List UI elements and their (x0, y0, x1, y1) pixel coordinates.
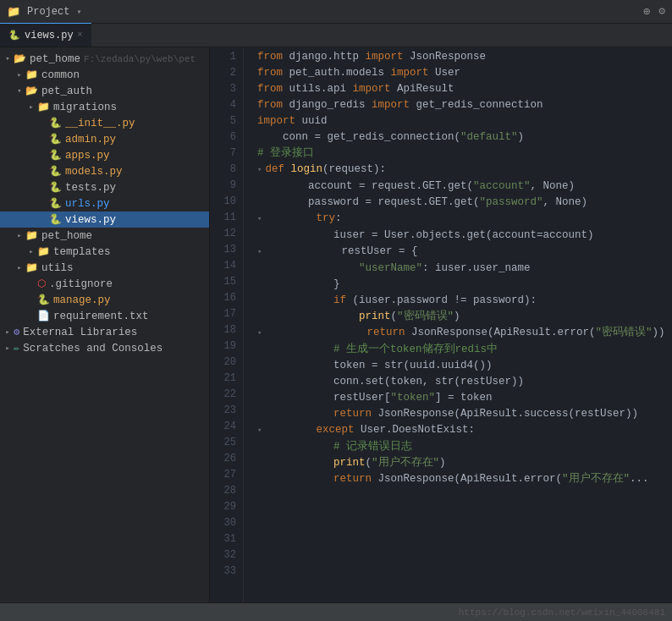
settings-icon[interactable]: ⚙ (658, 4, 665, 19)
py-icon: 🐍 (37, 294, 50, 306)
code-line-20: print("密码错误") (254, 309, 672, 325)
fold-arrow[interactable]: ▾ (257, 426, 262, 435)
sidebar-item-init-py[interactable]: 🐍 __init__.py (0, 115, 209, 131)
code-line-12: password = request.GET.get("password", N… (254, 195, 672, 211)
arrow-icon (25, 247, 37, 256)
code-line-29: return JsonResponse(ApiResult.success(re… (254, 406, 672, 422)
sidebar: 📂 pet_home F:\zedada\py\web\pet 📁 common… (0, 47, 210, 602)
arrow-icon (14, 231, 25, 240)
sidebar-item-urls-py[interactable]: 🐍 urls.py (0, 195, 209, 212)
code-line-25: conn.set(token, str(restUser)) (254, 374, 672, 390)
sidebar-item-external-libs[interactable]: ⚙ External Libraries (0, 324, 209, 340)
fold-arrow[interactable]: ▾ (257, 248, 262, 256)
arrow-icon (14, 263, 25, 272)
tab-label: views.py (25, 30, 74, 41)
arrow-icon (2, 343, 14, 353)
sidebar-item-tests-py[interactable]: 🐍 tests.py (0, 179, 209, 195)
watermark: https://blog.csdn.net/weixin_44006481 (459, 607, 665, 618)
code-line-31: # 记录错误日志 (254, 439, 672, 455)
title-icons: ⊕ ⚙ (643, 4, 665, 19)
sidebar-item-templates[interactable]: 📁 templates (0, 244, 209, 260)
code-line-11: account = request.GET.get("account", Non… (254, 179, 672, 195)
sidebar-item-admin-py[interactable]: 🐍 admin.py (0, 131, 209, 147)
tab-close-btn[interactable]: × (78, 30, 83, 40)
sidebar-item-models-py[interactable]: 🐍 models.py (0, 163, 209, 179)
code-line-17: "userName": iuser.user_name (254, 261, 672, 277)
folder-icon: 📁 (37, 101, 50, 113)
project-dropdown-icon[interactable]: ▾ (76, 7, 81, 17)
status-bar: https://blog.csdn.net/weixin_44006481 (0, 602, 672, 621)
sidebar-item-common[interactable]: 📁 common (0, 67, 209, 83)
sidebar-item-pet-auth[interactable]: 📂 pet_auth (0, 83, 209, 99)
code-line-32: print("用户不存在") (254, 455, 672, 471)
folder-icon: 📂 (25, 85, 38, 97)
scratch-icon: ✏ (14, 342, 19, 354)
sidebar-item-gitignore[interactable]: ⬡ .gitignore (0, 276, 209, 292)
py-icon: 🐍 (49, 133, 62, 146)
folder-icon: 📁 (37, 245, 50, 258)
sidebar-item-requirement-txt[interactable]: 📄 requirement.txt (0, 308, 209, 324)
code-line-27: restUser["token"] = token (254, 390, 672, 406)
code-line-33: return JsonResponse(ApiResult.error("用户不… (254, 471, 672, 487)
project-label[interactable]: Project (27, 6, 69, 18)
code-line-9: # 登录接口 (254, 146, 672, 162)
code-line-5: import uuid (254, 113, 672, 129)
code-line-1: from django.http import JsonResponse (254, 49, 672, 65)
arrow-icon (25, 102, 37, 112)
fold-arrow[interactable]: ▾ (257, 329, 262, 338)
code-line-18: } (254, 277, 672, 293)
fold-arrow[interactable]: ▾ (257, 166, 262, 174)
txt-icon: 📄 (37, 310, 50, 322)
code-line-2: from pet_auth.models import User (254, 65, 672, 81)
code-line-10: ▾def login(request): (254, 162, 672, 179)
code-content[interactable]: from django.http import JsonResponsefrom… (244, 47, 672, 602)
arrow-icon (14, 70, 25, 80)
tab-views-py[interactable]: 🐍 views.py × (0, 23, 91, 47)
sidebar-item-scratches[interactable]: ✏ Scratches and Consoles (0, 340, 209, 356)
arrow-icon (14, 86, 25, 96)
code-line-30: ▾ except User.DoesNotExist: (254, 422, 672, 439)
py-icon: 🐍 (49, 165, 62, 178)
project-icon: 📁 (7, 5, 20, 19)
arrow-icon (2, 327, 14, 337)
git-icon: ⬡ (37, 278, 46, 290)
main-layout: 📂 pet_home F:\zedada\py\web\pet 📁 common… (0, 47, 672, 602)
py-icon: 🐍 (49, 213, 62, 226)
tab-py-icon: 🐍 (8, 30, 20, 41)
folder-icon: 📁 (25, 261, 38, 274)
sidebar-item-views-py[interactable]: 🐍 views.py (0, 212, 209, 228)
sidebar-item-utils[interactable]: 📁 utils (0, 260, 209, 276)
sidebar-item-manage-py[interactable]: 🐍 manage.py (0, 292, 209, 308)
code-line-3: from utils.api import ApiResult (254, 81, 672, 97)
code-line-7: conn = get_redis_connection("default") (254, 129, 672, 146)
sidebar-item-apps-py[interactable]: 🐍 apps.py (0, 147, 209, 163)
code-line-24: token = str(uuid.uuid4()) (254, 358, 672, 374)
arrow-icon (2, 54, 14, 63)
code-line-15: iuser = User.objects.get(account=account… (254, 228, 672, 244)
code-area: 1234567891011121314151617181920212223242… (210, 47, 672, 602)
folder-icon: 📁 (25, 69, 38, 81)
tab-bar: 🐍 views.py × (0, 24, 672, 47)
py-icon: 🐍 (49, 181, 62, 194)
lib-icon: ⚙ (14, 326, 19, 338)
py-icon: 🐍 (49, 197, 62, 210)
py-icon: 🐍 (49, 149, 62, 162)
sidebar-item-pet-home-sub[interactable]: 📁 pet_home (0, 228, 209, 244)
title-bar: 📁 Project ▾ ⊕ ⚙ (0, 0, 672, 24)
py-icon: 🐍 (49, 117, 62, 129)
code-line-23: # 生成一个token储存到redis中 (254, 342, 672, 358)
fold-arrow[interactable]: ▾ (257, 215, 262, 223)
sidebar-item-migrations[interactable]: 📁 migrations (0, 99, 209, 115)
sidebar-item-pet-home-root[interactable]: 📂 pet_home F:\zedada\py\web\pet (0, 51, 209, 67)
code-line-21: ▾ return JsonResponse(ApiResult.error("密… (254, 325, 672, 342)
code-line-16: ▾ restUser = { (254, 244, 672, 261)
folder-icon: 📁 (25, 229, 38, 242)
code-line-14: ▾ try: (254, 211, 672, 228)
code-line-4: from django_redis import get_redis_conne… (254, 97, 672, 113)
add-icon[interactable]: ⊕ (643, 4, 650, 19)
code-line-19: if (iuser.password != password): (254, 293, 672, 309)
line-numbers: 1234567891011121314151617181920212223242… (210, 47, 244, 602)
folder-icon: 📂 (14, 52, 26, 65)
